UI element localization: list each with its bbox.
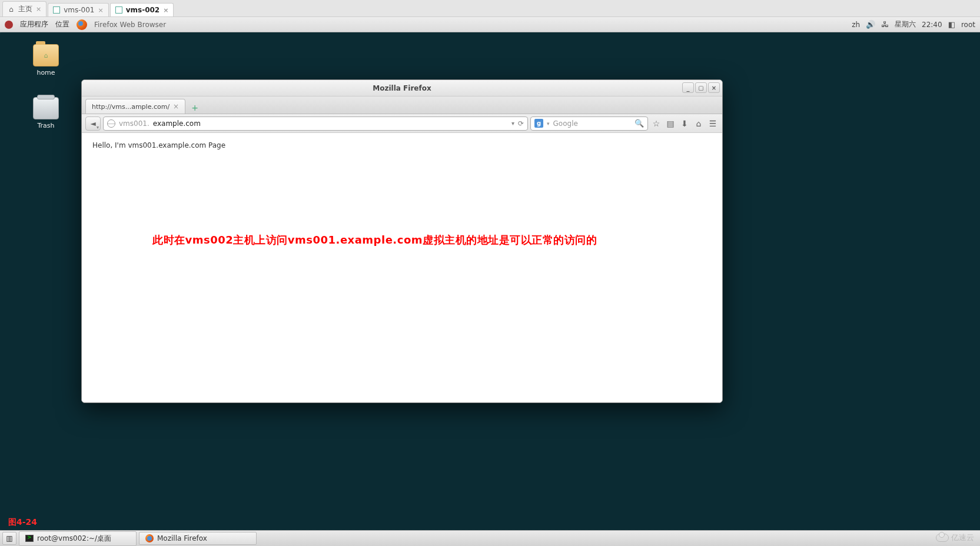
search-placeholder: Google	[553, 119, 578, 128]
window-maximize-button[interactable]: ▢	[695, 82, 707, 93]
clock-time[interactable]: 22:40	[922, 21, 942, 29]
reload-button[interactable]: ⟳	[518, 119, 524, 128]
document-tab-home[interactable]: ⌂ 主页 ×	[2, 1, 46, 16]
tab-label: vms-002	[126, 6, 160, 14]
places-menu[interactable]: 位置	[55, 19, 69, 29]
desktop-icon-label: home	[22, 69, 69, 76]
desktop-icon-home[interactable]: ⌂ home	[22, 44, 69, 76]
clock-day[interactable]: 星期六	[895, 19, 916, 29]
google-icon: g	[534, 119, 543, 128]
terminal-icon	[25, 535, 34, 542]
bookmarks-menu-icon[interactable]: ▤	[665, 119, 676, 128]
watermark: 亿速云	[936, 532, 974, 543]
watermark-text: 亿速云	[951, 532, 974, 543]
document-tab-strip: ⌂ 主页 × vms-001 × vms-002 ×	[0, 0, 980, 17]
figure-label: 图4-24	[8, 517, 37, 528]
window-close-button[interactable]: ×	[708, 82, 720, 93]
gnome-top-bar: 应用程序 位置 Firefox Web Browser zh 🔊 🖧 星期六 2…	[0, 17, 980, 32]
taskbar-item-label: root@vms002:~/桌面	[37, 534, 111, 544]
taskbar-item-firefox[interactable]: Mozilla Firefox	[139, 532, 257, 545]
document-tab-vms002[interactable]: vms-002 ×	[110, 3, 174, 16]
browser-tab[interactable]: http://vms...ample.com/ ×	[85, 99, 185, 114]
downloads-icon[interactable]: ⬇	[679, 119, 690, 128]
close-icon[interactable]: ×	[98, 6, 104, 14]
window-minimize-button[interactable]: _	[682, 82, 694, 93]
back-button[interactable]: ◄▾	[85, 116, 101, 131]
folder-icon: ⌂	[33, 44, 59, 66]
taskbar-item-label: Mozilla Firefox	[157, 534, 207, 542]
cloud-icon	[936, 534, 949, 542]
globe-icon	[107, 119, 115, 128]
desktop-icon-trash[interactable]: Trash	[22, 97, 69, 129]
desktop[interactable]: ⌂ home Trash Mozilla Firefox _ ▢ × http:…	[0, 32, 980, 530]
document-tab-vms001[interactable]: vms-001 ×	[48, 3, 109, 16]
volume-icon[interactable]: 🔊	[866, 20, 875, 29]
browser-tab-strip: http://vms...ample.com/ × +	[82, 96, 722, 114]
home-icon: ⌂	[8, 6, 15, 13]
history-dropdown-icon[interactable]: ▾	[511, 120, 514, 126]
firefox-window: Mozilla Firefox _ ▢ × http://vms...ample…	[81, 79, 723, 403]
tab-label: 主页	[18, 4, 32, 14]
close-icon[interactable]: ×	[173, 102, 179, 111]
applications-menu[interactable]: 应用程序	[20, 19, 48, 29]
close-icon[interactable]: ×	[36, 5, 41, 13]
vm-icon	[115, 6, 122, 14]
power-icon[interactable]: ◧	[948, 20, 955, 29]
close-icon[interactable]: ×	[163, 6, 168, 14]
bookmark-star-icon[interactable]: ☆	[650, 119, 662, 128]
show-desktop-button[interactable]: ▥	[2, 532, 16, 545]
network-icon[interactable]: 🖧	[881, 20, 889, 29]
window-titlebar[interactable]: Mozilla Firefox _ ▢ ×	[82, 80, 722, 96]
active-app-label[interactable]: Firefox Web Browser	[94, 21, 166, 29]
taskbar-item-terminal[interactable]: root@vms002:~/桌面	[19, 531, 137, 546]
new-tab-button[interactable]: +	[188, 102, 202, 114]
menu-icon[interactable]: ☰	[707, 119, 719, 128]
annotation-text: 此时在vms002主机上访问vms001.example.com虚拟主机的地址是…	[152, 233, 597, 247]
url-subdomain: vms001.	[119, 119, 150, 128]
search-bar[interactable]: g ▾ Google 🔍	[530, 116, 648, 131]
browser-toolbar: ◄▾ vms001.example.com ▾ ⟳ g ▾ Google 🔍 ☆…	[82, 114, 722, 133]
search-icon[interactable]: 🔍	[634, 119, 644, 128]
firefox-icon[interactable]	[77, 19, 87, 30]
tab-label: vms-001	[64, 6, 94, 14]
page-content: Hello, I'm vms001.example.com Page 此时在vm…	[82, 133, 722, 402]
page-body-text: Hello, I'm vms001.example.com Page	[92, 141, 712, 149]
taskbar: ▥ root@vms002:~/桌面 Mozilla Firefox 亿速云	[0, 530, 980, 546]
url-bar[interactable]: vms001.example.com ▾ ⟳	[103, 116, 528, 131]
trash-icon	[33, 97, 59, 119]
firefox-icon	[145, 534, 154, 542]
desktop-icon-label: Trash	[22, 122, 69, 129]
activities-icon[interactable]	[5, 21, 13, 29]
user-label[interactable]: root	[961, 21, 975, 29]
home-icon[interactable]: ⌂	[693, 119, 705, 128]
input-method-indicator[interactable]: zh	[852, 21, 860, 29]
window-title: Mozilla Firefox	[373, 84, 431, 92]
url-domain: example.com	[153, 119, 201, 128]
show-desktop-icon: ▥	[6, 534, 12, 542]
vm-icon	[53, 6, 60, 14]
tab-label: http://vms...ample.com/	[92, 103, 170, 111]
